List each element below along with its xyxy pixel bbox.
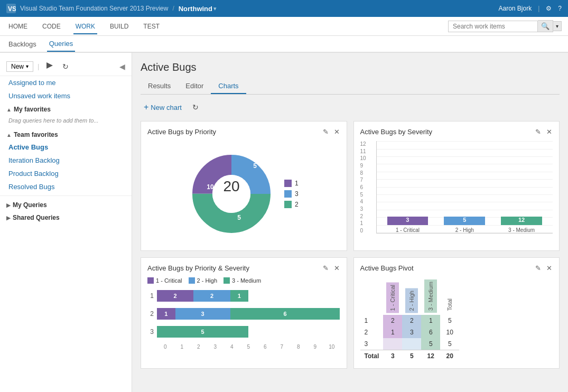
settings-icon[interactable]: ⚙ bbox=[546, 5, 552, 12]
edit-chart-pivot-btn[interactable]: ✎ bbox=[534, 263, 543, 273]
pivot-total-total: 20 bbox=[440, 350, 459, 362]
sidebar-item-product-backlog[interactable]: Product Backlog bbox=[0, 167, 132, 180]
nav-code[interactable]: CODE bbox=[40, 18, 63, 34]
pivot-cell-1-critical: 2 bbox=[383, 315, 402, 326]
tab-charts[interactable]: Charts bbox=[211, 79, 246, 94]
new-chart-button[interactable]: + New chart bbox=[141, 101, 185, 114]
sidebar-toolbar: New ▾ | ↻ ◀ bbox=[0, 57, 132, 76]
new-button[interactable]: New ▾ bbox=[6, 61, 33, 72]
chart-severity-actions: ✎ ✕ bbox=[534, 127, 554, 137]
nav-test[interactable]: TEST bbox=[141, 18, 162, 34]
subnav-backlogs[interactable]: Backlogs bbox=[6, 37, 39, 51]
close-chart-priority-btn[interactable]: ✕ bbox=[332, 127, 341, 137]
run-query-icon[interactable] bbox=[43, 60, 56, 72]
chart-severity-bar-title: Active Bugs by Severity bbox=[360, 128, 553, 136]
pivot-total-high: 5 bbox=[402, 350, 421, 362]
nav-home[interactable]: HOME bbox=[6, 18, 30, 34]
donut-legend: 1 3 2 bbox=[284, 180, 299, 208]
pivot-cell-1-total: 5 bbox=[440, 315, 459, 326]
hbar-row-3: 3 5 bbox=[147, 326, 340, 338]
pivot-header-total: Total bbox=[440, 277, 459, 315]
shared-queries-section[interactable]: ▶ Shared Queries bbox=[0, 211, 132, 223]
close-chart-pivot-btn[interactable]: ✕ bbox=[545, 263, 554, 273]
project-dropdown-icon[interactable]: ▾ bbox=[213, 5, 217, 12]
legend-item-2: 2 bbox=[284, 201, 299, 208]
search-input[interactable] bbox=[448, 21, 538, 32]
hbar-row-3-label: 3 bbox=[147, 328, 154, 335]
hbar-row-1-label: 1 bbox=[147, 292, 154, 300]
pivot-cell-2-medium: 6 bbox=[421, 326, 440, 338]
shared-queries-expand-icon: ▶ bbox=[6, 215, 11, 221]
seg-2-medium: 6 bbox=[230, 308, 340, 320]
hbar-row-2: 2 1 3 6 bbox=[147, 308, 340, 320]
hbar-x-axis: 0 1 2 3 4 5 6 7 8 9 10 bbox=[157, 344, 340, 350]
chart-pivot: Active Bugs Pivot ✎ ✕ 1 - Critical bbox=[353, 257, 560, 369]
legend-item-3: 3 bbox=[284, 190, 299, 198]
pivot-total-row: Total 3 5 12 20 bbox=[360, 350, 460, 362]
pivot-cell-3-critical bbox=[383, 338, 402, 350]
navbar: HOME CODE WORK BUILD TEST 🔍 ▾ bbox=[0, 17, 568, 36]
refresh-button[interactable]: ↻ bbox=[189, 101, 202, 113]
bar-medium-label: 3 - Medium bbox=[508, 227, 535, 233]
pivot-cell-2-total: 10 bbox=[440, 326, 459, 338]
search-dropdown-icon[interactable]: ▾ bbox=[553, 21, 562, 31]
collapse-sidebar-icon[interactable]: ◀ bbox=[119, 62, 125, 71]
sidebar-item-unsaved[interactable]: Unsaved work items bbox=[0, 89, 132, 102]
unsaved-label: Unsaved work items bbox=[8, 92, 70, 100]
legend-color-critical bbox=[147, 277, 154, 284]
content-area: Active Bugs Results Editor Charts + New … bbox=[132, 53, 568, 392]
legend-critical: 1 - Critical bbox=[147, 277, 182, 284]
pivot-header-critical: 1 - Critical bbox=[383, 277, 402, 315]
topbar-project[interactable]: Northwind bbox=[179, 5, 212, 13]
pivot-row-2-label: 2 bbox=[360, 326, 384, 338]
sidebar-item-iteration-backlog[interactable]: Iteration Backlog bbox=[0, 154, 132, 167]
edit-chart-ps-btn[interactable]: ✎ bbox=[321, 263, 330, 273]
hbar-row-2-bar: 1 3 6 bbox=[157, 308, 340, 320]
tab-results[interactable]: Results bbox=[141, 79, 178, 94]
sidebar-item-active-bugs[interactable]: Active Bugs bbox=[0, 141, 132, 154]
pivot-corner bbox=[360, 277, 384, 315]
legend-color-2 bbox=[284, 201, 292, 208]
tab-editor[interactable]: Editor bbox=[178, 79, 211, 94]
pivot-header-medium: 3 - Medium bbox=[421, 277, 440, 315]
charts-grid: Active Bugs by Priority ✎ ✕ bbox=[141, 121, 560, 369]
topbar-user: Aaron Bjork bbox=[498, 5, 532, 12]
my-queries-section[interactable]: ▶ My Queries bbox=[0, 198, 132, 211]
nav-build[interactable]: BUILD bbox=[108, 18, 131, 34]
close-chart-severity-btn[interactable]: ✕ bbox=[545, 127, 554, 137]
pivot-total-critical: 3 bbox=[383, 350, 402, 362]
edit-chart-priority-btn[interactable]: ✎ bbox=[321, 127, 330, 137]
subnav-queries[interactable]: Queries bbox=[47, 36, 76, 52]
pivot-header-row: 1 - Critical 2 - High 3 - Medium Total bbox=[360, 277, 460, 315]
close-chart-ps-btn[interactable]: ✕ bbox=[332, 263, 341, 273]
sidebar-item-resolved-bugs[interactable]: Resolved Bugs bbox=[0, 180, 132, 193]
edit-chart-severity-btn[interactable]: ✎ bbox=[534, 127, 543, 137]
search-icon[interactable]: 🔍 bbox=[538, 20, 553, 32]
pivot-total-medium: 12 bbox=[421, 350, 440, 362]
pivot-table: 1 - Critical 2 - High 3 - Medium Total bbox=[360, 277, 460, 362]
hbar-row-1-bar: 2 2 1 bbox=[157, 290, 340, 302]
content-toolbar: + New chart ↻ bbox=[141, 101, 560, 114]
nav-work[interactable]: WORK bbox=[73, 18, 97, 34]
seg-1-high: 2 bbox=[193, 290, 230, 302]
legend-color-high bbox=[189, 277, 195, 284]
new-chart-label: New chart bbox=[151, 104, 182, 111]
help-icon[interactable]: ? bbox=[558, 5, 562, 12]
sidebar-item-assigned-to-me[interactable]: Assigned to me bbox=[0, 76, 132, 89]
legend-label-3: 3 bbox=[295, 190, 299, 198]
new-label: New bbox=[11, 63, 24, 70]
refresh-icon-sidebar[interactable]: ↻ bbox=[60, 61, 71, 72]
seg-1-critical: 2 bbox=[157, 290, 193, 302]
hbar-row-2-label: 2 bbox=[147, 310, 154, 318]
assigned-to-me-label: Assigned to me bbox=[8, 79, 56, 87]
bar-high: 5 2 - High bbox=[444, 217, 485, 233]
my-favorites-section[interactable]: ▲ My favorites bbox=[0, 102, 132, 115]
bar-medium-value: 12 bbox=[518, 217, 525, 223]
donut-svg: 20 bbox=[189, 152, 274, 236]
chart-priority-donut-title: Active Bugs by Priority bbox=[147, 128, 340, 136]
pivot-cell-3-high bbox=[402, 338, 421, 350]
team-favorites-section[interactable]: ▲ Team favorites bbox=[0, 128, 132, 141]
bar-high-label: 2 - High bbox=[455, 227, 474, 233]
navbar-search: 🔍 ▾ bbox=[448, 20, 562, 32]
vs-logo: VS bbox=[6, 4, 16, 13]
